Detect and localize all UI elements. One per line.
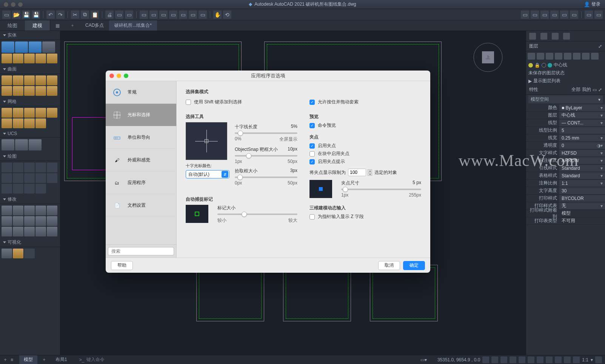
tool-icon[interactable]: ▭ bbox=[550, 11, 559, 19]
chk-cmd-preview[interactable]: 命令预览 bbox=[309, 122, 421, 129]
status-icon[interactable] bbox=[528, 356, 534, 363]
rtab-icon[interactable] bbox=[529, 33, 536, 40]
props-expand-icon[interactable]: ⤢ bbox=[598, 87, 602, 92]
extra-icon[interactable]: ▭ bbox=[189, 11, 197, 19]
zoom-dot[interactable] bbox=[18, 2, 23, 7]
status-icon[interactable] bbox=[482, 356, 489, 363]
scale-display[interactable]: 1:1 bbox=[582, 357, 588, 362]
side-general[interactable]: 常规 bbox=[106, 81, 176, 104]
tool-ucs[interactable] bbox=[2, 139, 14, 151]
prop-tablestyle[interactable]: Standard▾ bbox=[559, 172, 605, 179]
prop-textheight[interactable]: 30 bbox=[559, 187, 605, 194]
tool-icon[interactable]: ▭ bbox=[570, 11, 578, 19]
chk-drag-lasso[interactable]: 允许按住并拖动套索 bbox=[309, 99, 421, 105]
dialog-minimize-dot[interactable] bbox=[117, 74, 121, 78]
step-down[interactable]: ▾ bbox=[368, 173, 372, 176]
section-mesh[interactable]: 网格 bbox=[0, 97, 60, 106]
tool[interactable] bbox=[24, 54, 35, 63]
undo-icon[interactable]: ↶ bbox=[46, 11, 55, 19]
prop-leaderstyle[interactable]: Standard▾ bbox=[559, 165, 605, 172]
prop-plotstyletable[interactable]: 无▾ bbox=[559, 203, 605, 209]
save-icon[interactable]: 💾 bbox=[22, 11, 30, 19]
status-icon[interactable] bbox=[555, 356, 562, 363]
layer-tool-icon[interactable] bbox=[564, 53, 571, 60]
add-layout-icon[interactable]: ＋ bbox=[3, 356, 8, 363]
side-units[interactable]: 单位和导向 bbox=[106, 126, 176, 149]
login-button[interactable]: 👤 登录 bbox=[584, 1, 600, 8]
tool-cyl[interactable] bbox=[29, 41, 42, 53]
tool[interactable] bbox=[2, 54, 12, 63]
side-doc[interactable]: 📄文档设置 bbox=[106, 194, 176, 217]
ok-button[interactable]: 确定 bbox=[403, 261, 425, 270]
help-button[interactable]: 帮助 bbox=[111, 261, 133, 270]
tool[interactable] bbox=[13, 163, 23, 172]
tab-layout1[interactable]: 布局1 bbox=[51, 355, 72, 364]
tool[interactable] bbox=[47, 173, 57, 183]
section-ucs[interactable]: UCS bbox=[0, 130, 60, 138]
tool[interactable] bbox=[13, 54, 23, 63]
new-icon[interactable]: ▭ bbox=[2, 11, 11, 19]
tool[interactable] bbox=[13, 108, 23, 118]
chk-z-field[interactable]: 为指针输入显示 Z 字段 bbox=[309, 213, 421, 220]
tool[interactable] bbox=[13, 206, 23, 215]
prop-annoscale[interactable]: 1:1▾ bbox=[559, 180, 605, 187]
tool[interactable] bbox=[2, 108, 12, 118]
section-solid[interactable]: 实体 bbox=[0, 31, 60, 40]
side-app[interactable]: 🗂应用程序 bbox=[106, 172, 176, 194]
prop-linetype[interactable]: — CONT...▾ bbox=[559, 120, 605, 126]
tool[interactable] bbox=[35, 206, 46, 215]
tool[interactable] bbox=[47, 163, 57, 172]
rtab-icon[interactable] bbox=[540, 33, 547, 40]
tool[interactable] bbox=[35, 216, 46, 226]
extra-icon[interactable]: ▭ bbox=[169, 11, 177, 19]
chk-shift-add[interactable]: 使用 Shift 键添加到选择 bbox=[186, 99, 297, 105]
tool-ucs[interactable] bbox=[29, 139, 42, 151]
tool[interactable] bbox=[35, 227, 46, 237]
saveas-icon[interactable]: 💾 bbox=[32, 11, 40, 19]
tool-box[interactable] bbox=[2, 41, 14, 53]
section-modify[interactable]: 修改 bbox=[0, 195, 60, 204]
tool[interactable] bbox=[13, 118, 23, 128]
status-icon[interactable] bbox=[491, 356, 498, 363]
tool-icon[interactable]: ▭ bbox=[531, 11, 539, 19]
file-tab-1[interactable]: CAD多点 bbox=[80, 20, 109, 31]
tool[interactable] bbox=[24, 216, 35, 226]
copy-icon[interactable]: ⧉ bbox=[81, 11, 89, 19]
show-layer-list[interactable]: ▶ 显示图层列表 bbox=[526, 77, 605, 85]
tool[interactable] bbox=[35, 86, 46, 96]
chk-enable-grips[interactable]: 启用夹点 bbox=[309, 143, 421, 149]
tab-model[interactable]: 模型 bbox=[19, 355, 37, 364]
tool[interactable] bbox=[35, 163, 46, 172]
prop-textstyle[interactable]: HZFSD▾ bbox=[559, 150, 605, 157]
tool-icon[interactable]: ▭ bbox=[560, 11, 568, 19]
tool-icon[interactable]: ▭ bbox=[521, 11, 529, 19]
command-line[interactable]: >_键入命令 ▭▾ bbox=[79, 356, 434, 363]
tool-ucs[interactable] bbox=[15, 139, 28, 151]
tool[interactable] bbox=[35, 54, 46, 63]
file-tab-2[interactable]: 破碎机所...纸集合* bbox=[109, 20, 157, 31]
tool[interactable] bbox=[13, 86, 23, 96]
tool-icon[interactable]: ▭ bbox=[594, 11, 603, 19]
tool-wedge[interactable] bbox=[15, 41, 28, 53]
tool[interactable] bbox=[2, 206, 12, 215]
tool-bulb[interactable] bbox=[13, 249, 23, 258]
prop-color[interactable]: ■ ByLayer▾ bbox=[559, 104, 605, 111]
section-visualize[interactable]: 可视化 bbox=[0, 238, 60, 247]
cut-icon[interactable]: ✂ bbox=[71, 11, 79, 19]
rtab-icon[interactable] bbox=[563, 33, 570, 40]
tool[interactable] bbox=[24, 173, 35, 183]
tool[interactable] bbox=[47, 108, 57, 118]
tool[interactable] bbox=[13, 216, 23, 226]
grip-size-slider[interactable] bbox=[341, 189, 421, 190]
current-layer-field[interactable]: 🔒 中心线 bbox=[526, 61, 605, 69]
tool[interactable] bbox=[24, 86, 35, 96]
minimize-dot[interactable] bbox=[11, 2, 15, 7]
layer-tool-icon[interactable] bbox=[537, 53, 544, 60]
tool[interactable] bbox=[13, 173, 23, 183]
tool[interactable] bbox=[24, 206, 35, 215]
layer-tool-icon[interactable] bbox=[582, 53, 590, 60]
page-icon[interactable]: ▭ bbox=[115, 11, 123, 19]
search-input[interactable] bbox=[108, 247, 174, 255]
extra-icon[interactable]: ▭ bbox=[140, 11, 148, 19]
tool[interactable] bbox=[13, 75, 23, 85]
